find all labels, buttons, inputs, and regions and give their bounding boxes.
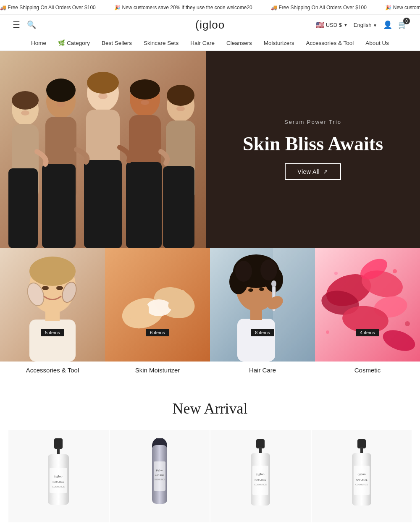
- moisturizer-card-image: 6 items: [105, 248, 210, 362]
- svg-point-18: [98, 93, 108, 99]
- header-center: ( igloo: [195, 18, 225, 31]
- hero-image: [0, 51, 206, 248]
- svg-point-57: [248, 288, 253, 292]
- currency-label: USD $: [326, 22, 342, 28]
- svg-point-25: [167, 85, 194, 106]
- product-card-3[interactable]: (igloo NATURAL COSMETICS: [210, 430, 312, 522]
- moisturizer-card-badge: 6 items: [146, 329, 169, 336]
- svg-rect-9: [84, 160, 122, 248]
- announcement-item-3: 🚚 Free Shipping On All Orders Over $100: [271, 5, 367, 10]
- svg-point-17: [57, 102, 65, 107]
- svg-point-53: [271, 280, 276, 287]
- svg-point-51: [260, 259, 277, 280]
- new-arrival-section: New Arrival: [0, 379, 420, 524]
- svg-text:COSMETICS: COSMETICS: [355, 483, 368, 486]
- hero-people-background: [0, 51, 206, 248]
- nav-item-moisturizers[interactable]: Moisturizers: [264, 40, 294, 46]
- svg-text:(igloo: (igloo: [55, 474, 63, 478]
- svg-point-16: [21, 110, 29, 115]
- svg-rect-91: [357, 439, 366, 448]
- category-card-accessories[interactable]: 5 items Accessories & Tool: [0, 248, 105, 379]
- language-chevron-icon: ▼: [373, 23, 377, 28]
- nav-item-about-us[interactable]: About Us: [365, 40, 389, 46]
- product-card-2[interactable]: (igloo NATURAL COSMETICS: [110, 430, 211, 522]
- svg-rect-84: [256, 439, 265, 448]
- category-card-moisturizer[interactable]: 6 items Skin Moisturizer: [105, 248, 210, 379]
- moisturizer-card-label: Skin Moisturizer: [105, 362, 210, 379]
- svg-text:NATURAL: NATURAL: [356, 479, 368, 481]
- currency-selector[interactable]: 🇺🇸 USD $ ▼: [316, 21, 348, 29]
- announcement-item-1: 🚚 Free Shipping On All Orders Over $100: [0, 5, 96, 10]
- nav-item-cleansers[interactable]: Cleansers: [226, 40, 252, 46]
- flag-icon: 🇺🇸: [316, 21, 324, 29]
- new-arrival-title: New Arrival: [8, 400, 412, 417]
- hero-subtitle: Serum Power Trio: [284, 119, 341, 125]
- logo-text: igloo: [200, 18, 225, 31]
- svg-point-20: [176, 106, 185, 111]
- svg-text:COSMETICS: COSMETICS: [254, 483, 267, 486]
- category-card-haircare[interactable]: 8 items Hair Care: [210, 248, 315, 379]
- nav-item-skincare-sets[interactable]: Skincare Sets: [144, 40, 178, 46]
- svg-point-32: [56, 286, 63, 290]
- svg-rect-41: [141, 304, 149, 325]
- nav-item-category[interactable]: 🌿 Category: [58, 39, 90, 46]
- category-emoji-icon: 🌿: [58, 39, 65, 46]
- svg-rect-33: [29, 320, 76, 362]
- logo[interactable]: ( igloo: [195, 18, 225, 31]
- nav-item-hair-care[interactable]: Hair Care: [190, 40, 215, 46]
- svg-point-65: [334, 272, 338, 275]
- haircare-image-svg: [210, 248, 315, 362]
- svg-text:(igloo: (igloo: [257, 472, 265, 476]
- search-button[interactable]: 🔍: [27, 20, 36, 29]
- haircare-card-badge: 8 items: [251, 329, 274, 336]
- product-2-bottle-svg: (igloo NATURAL COSMETICS: [141, 438, 178, 514]
- accessories-card-badge: 5 items: [41, 329, 64, 336]
- hero-people-svg: [0, 51, 206, 248]
- svg-point-23: [87, 72, 119, 94]
- svg-text:NATURAL: NATURAL: [52, 481, 64, 483]
- header-right: 🇺🇸 USD $ ▼ English ▼ 👤 🛒 0: [316, 20, 407, 29]
- svg-text:COSMETICS: COSMETICS: [154, 479, 165, 481]
- product-card-1[interactable]: (igloo NATURAL COSMETICS: [8, 430, 110, 522]
- svg-point-28: [29, 257, 76, 286]
- svg-point-66: [393, 269, 397, 273]
- hero-title: Skin Bliss Awaits: [243, 134, 383, 155]
- hero-view-all-button[interactable]: View All ↗: [285, 163, 341, 180]
- language-selector[interactable]: English ▼: [354, 22, 377, 28]
- nav-item-accessories-tool[interactable]: Accessories & Tool: [306, 40, 354, 46]
- product-3-bottle-svg: (igloo NATURAL COSMETICS: [242, 438, 279, 514]
- svg-rect-3: [8, 168, 38, 248]
- nav-item-home[interactable]: Home: [31, 40, 46, 46]
- cosmetic-card-image: 4 items: [315, 248, 420, 362]
- svg-point-68: [326, 330, 329, 334]
- svg-rect-56: [250, 309, 262, 320]
- svg-point-24: [130, 79, 160, 100]
- header: ☰ 🔍 ( igloo 🇺🇸 USD $ ▼ English ▼ 👤 🛒 0: [0, 15, 420, 35]
- svg-point-21: [12, 91, 39, 110]
- accessories-image-svg: [0, 248, 105, 362]
- currency-chevron-icon: ▼: [344, 23, 348, 27]
- svg-text:(igloo: (igloo: [357, 472, 365, 476]
- svg-text:COSMETICS: COSMETICS: [52, 485, 65, 488]
- nav-item-best-sellers[interactable]: Best Sellers: [102, 40, 132, 46]
- cart-button[interactable]: 🛒 0: [398, 20, 407, 29]
- products-grid: (igloo NATURAL COSMETICS: [8, 430, 412, 522]
- cosmetic-image-svg: [315, 248, 420, 362]
- main-navigation: Home 🌿 Category Best Sellers Skincare Se…: [0, 35, 420, 51]
- category-card-cosmetic[interactable]: 4 items Cosmetic: [315, 248, 420, 379]
- announcement-track: 🚚 Free Shipping On All Orders Over $100 …: [0, 3, 420, 11]
- announcement-item-4: 🎉 New customers save 20% if they use the…: [385, 5, 420, 10]
- svg-rect-55: [237, 319, 275, 362]
- header-left: ☰ 🔍: [13, 20, 36, 30]
- cosmetic-card-badge: 4 items: [356, 329, 379, 336]
- hero-button-label: View All: [297, 168, 320, 175]
- haircare-card-image: 8 items: [210, 248, 315, 362]
- cart-count-badge: 0: [403, 18, 410, 24]
- account-button[interactable]: 👤: [383, 20, 392, 29]
- hamburger-menu-button[interactable]: ☰: [13, 20, 20, 30]
- language-label: English: [354, 22, 372, 28]
- svg-rect-6: [42, 164, 76, 248]
- product-card-4[interactable]: (igloo NATURAL COSMETICS: [312, 430, 412, 522]
- cosmetic-card-label: Cosmetic: [315, 362, 420, 379]
- svg-rect-74: [50, 468, 67, 493]
